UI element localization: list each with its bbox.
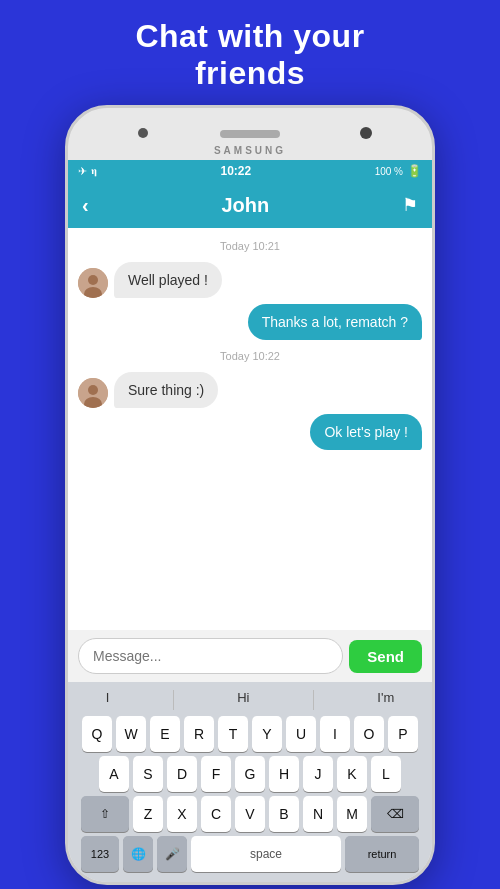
key-i[interactable]: I [320, 716, 350, 752]
camera-left [138, 128, 148, 138]
message-row: Thanks a lot, rematch ? [78, 304, 422, 340]
key-q[interactable]: Q [82, 716, 112, 752]
back-button[interactable]: ‹ [82, 194, 89, 217]
shift-key[interactable]: ⇧ [81, 796, 129, 832]
key-v[interactable]: V [235, 796, 265, 832]
mic-icon[interactable]: 🎤 [157, 836, 187, 872]
wifi-icon: 𝛈 [91, 165, 97, 177]
key-g[interactable]: G [235, 756, 265, 792]
space-key[interactable]: space [191, 836, 341, 872]
phone-screen: ✈ 𝛈 10:22 100 % 🔋 ‹ John ⚑ Today 10:21 [68, 160, 432, 882]
key-c[interactable]: C [201, 796, 231, 832]
keyboard-row-4: 123 🌐 🎤 space return [70, 836, 430, 872]
globe-icon[interactable]: 🌐 [123, 836, 153, 872]
key-e[interactable]: E [150, 716, 180, 752]
suggestion-3[interactable]: I'm [377, 690, 394, 710]
flag-icon[interactable]: ⚑ [402, 194, 418, 216]
camera-right [360, 127, 372, 139]
timestamp-1: Today 10:21 [78, 240, 422, 252]
key-l[interactable]: L [371, 756, 401, 792]
key-r[interactable]: R [184, 716, 214, 752]
key-t[interactable]: T [218, 716, 248, 752]
key-p[interactable]: P [388, 716, 418, 752]
key-j[interactable]: J [303, 756, 333, 792]
keyboard-row-3: ⇧ Z X C V B N M ⌫ [70, 796, 430, 832]
key-a[interactable]: A [99, 756, 129, 792]
contact-name: John [221, 194, 269, 217]
key-d[interactable]: D [167, 756, 197, 792]
svg-point-1 [88, 275, 98, 285]
speaker [220, 130, 280, 138]
key-x[interactable]: X [167, 796, 197, 832]
key-k[interactable]: K [337, 756, 367, 792]
return-key[interactable]: return [345, 836, 419, 872]
key-o[interactable]: O [354, 716, 384, 752]
key-u[interactable]: U [286, 716, 316, 752]
status-time: 10:22 [220, 164, 251, 178]
battery-text: 100 % [375, 166, 403, 177]
key-w[interactable]: W [116, 716, 146, 752]
keyboard: I Hi I'm Q W E R T Y U I O P A [68, 682, 432, 882]
status-left: ✈ 𝛈 [78, 165, 97, 178]
keyboard-row-2: A S D F G H J K L [70, 756, 430, 792]
key-f[interactable]: F [201, 756, 231, 792]
page-title: Chat with your friends [0, 0, 500, 92]
message-input[interactable] [78, 638, 343, 674]
input-area: Send [68, 630, 432, 682]
brand-label: SAMSUNG [214, 145, 286, 156]
message-row: Sure thing :) [78, 372, 422, 408]
key-m[interactable]: M [337, 796, 367, 832]
divider [173, 690, 174, 710]
bubble-received-2: Sure thing :) [114, 372, 218, 408]
chat-header: ‹ John ⚑ [68, 182, 432, 228]
key-h[interactable]: H [269, 756, 299, 792]
avatar-received-1 [78, 268, 108, 298]
backspace-key[interactable]: ⌫ [371, 796, 419, 832]
bubble-sent-2: Ok let's play ! [310, 414, 422, 450]
phone-shell: SAMSUNG ✈ 𝛈 10:22 100 % 🔋 ‹ John ⚑ To [65, 105, 435, 885]
message-row: Well played ! [78, 262, 422, 298]
airplane-icon: ✈ [78, 165, 87, 178]
key-n[interactable]: N [303, 796, 333, 832]
key-z[interactable]: Z [133, 796, 163, 832]
phone-top-bar: SAMSUNG [68, 108, 432, 160]
send-button[interactable]: Send [349, 640, 422, 673]
message-row: Ok let's play ! [78, 414, 422, 450]
keyboard-row-1: Q W E R T Y U I O P [70, 716, 430, 752]
keyboard-suggestions: I Hi I'm [70, 686, 430, 716]
status-right: 100 % 🔋 [375, 164, 422, 178]
bubble-received-1: Well played ! [114, 262, 222, 298]
suggestion-2[interactable]: Hi [237, 690, 249, 710]
numbers-key[interactable]: 123 [81, 836, 119, 872]
key-s[interactable]: S [133, 756, 163, 792]
suggestion-1[interactable]: I [106, 690, 110, 710]
svg-point-4 [88, 385, 98, 395]
key-b[interactable]: B [269, 796, 299, 832]
status-bar: ✈ 𝛈 10:22 100 % 🔋 [68, 160, 432, 182]
battery-icon: 🔋 [407, 164, 422, 178]
bubble-sent-1: Thanks a lot, rematch ? [248, 304, 422, 340]
chat-body: Today 10:21 Well played ! Than [68, 228, 432, 630]
avatar-received-2 [78, 378, 108, 408]
divider [313, 690, 314, 710]
key-y[interactable]: Y [252, 716, 282, 752]
timestamp-2: Today 10:22 [78, 350, 422, 362]
